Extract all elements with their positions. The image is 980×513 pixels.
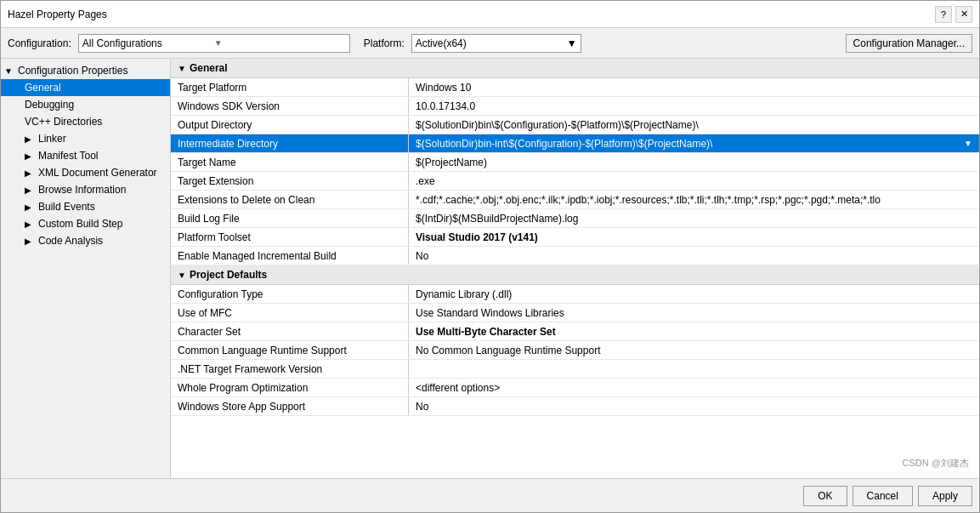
prop-name-charset: Character Set [171, 322, 409, 340]
prop-name-windows-sdk: Windows SDK Version [171, 97, 409, 115]
config-bar: Configuration: All Configurations ▼ Plat… [1, 28, 979, 59]
prop-value-output-dir: $(SolutionDir)bin\$(Configuration)-$(Pla… [409, 116, 979, 134]
bottom-bar: OK Cancel Apply [1, 478, 979, 512]
prop-value-intermediate-dir: $(SolutionDir)bin-int\$(Configuration)-$… [409, 134, 979, 152]
prop-value-clr-support: No Common Language Runtime Support [409, 341, 979, 359]
window-title: Hazel Property Pages [8, 9, 107, 20]
row-store-support: Windows Store App Support No [171, 397, 979, 416]
prop-value-platform-toolset: Visual Studio 2017 (v141) [409, 228, 979, 246]
expand-icon-config: ▼ [4, 66, 14, 76]
sidebar-label-vc-directories: VC++ Directories [25, 116, 102, 128]
cancel-button[interactable]: Cancel [853, 486, 913, 506]
prop-name-platform-toolset: Platform Toolset [171, 228, 409, 246]
sidebar-item-config-props[interactable]: ▼ Configuration Properties [1, 62, 170, 79]
config-label: Configuration: [8, 37, 71, 49]
project-defaults-expand-icon: ▼ [178, 271, 186, 280]
project-defaults-table: Configuration Type Dynamic Library (.dll… [171, 285, 979, 416]
sidebar-item-linker[interactable]: ▶ Linker [1, 130, 170, 147]
row-target-platform: Target Platform Windows 10 [171, 78, 979, 97]
title-bar: Hazel Property Pages ? ✕ [1, 1, 979, 28]
sidebar-item-manifest-tool[interactable]: ▶ Manifest Tool [1, 147, 170, 164]
prop-name-build-log: Build Log File [171, 209, 409, 227]
sidebar-label-build-events: Build Events [38, 201, 95, 213]
prop-value-target-name: $(ProjectName) [409, 153, 979, 171]
general-section-title: General [190, 62, 228, 74]
prop-value-managed-incremental: No [409, 247, 979, 265]
config-manager-button[interactable]: Configuration Manager... [846, 34, 972, 53]
row-intermediate-dir[interactable]: Intermediate Directory $(SolutionDir)bin… [171, 134, 979, 153]
row-platform-toolset: Platform Toolset Visual Studio 2017 (v14… [171, 228, 979, 247]
prop-name-use-mfc: Use of MFC [171, 304, 409, 322]
sidebar-item-xml-doc[interactable]: ▶ XML Document Generator [1, 164, 170, 181]
prop-value-whole-program: <different options> [409, 379, 979, 396]
sidebar-item-browse-info[interactable]: ▶ Browse Information [1, 181, 170, 198]
prop-name-target-ext: Target Extension [171, 172, 409, 190]
prop-name-clr-support: Common Language Runtime Support [171, 341, 409, 359]
prop-name-output-dir: Output Directory [171, 116, 409, 134]
config-value: All Configurations [82, 37, 214, 49]
row-whole-program: Whole Program Optimization <different op… [171, 379, 979, 397]
intermediate-dropdown-arrow[interactable]: ▼ [964, 139, 972, 148]
prop-value-use-mfc: Use Standard Windows Libraries [409, 304, 979, 322]
expand-icon-browse: ▶ [25, 185, 35, 195]
expand-icon-manifest: ▶ [25, 151, 35, 161]
row-target-ext: Target Extension .exe [171, 172, 979, 191]
platform-label: Platform: [364, 37, 405, 49]
sidebar-label-browse-info: Browse Information [38, 184, 126, 196]
prop-value-store-support: No [409, 397, 979, 415]
general-expand-icon: ▼ [178, 64, 186, 73]
expand-icon-code: ▶ [25, 237, 35, 246]
row-build-log: Build Log File $(IntDir)$(MSBuildProject… [171, 209, 979, 228]
config-dropdown-arrow: ▼ [214, 38, 346, 48]
content-area: ▼ General Target Platform Windows 10 Win… [171, 59, 979, 478]
prop-name-extensions-delete: Extensions to Delete on Clean [171, 191, 409, 208]
sidebar: ▼ Configuration Properties General Debug… [1, 59, 171, 478]
intermediate-value-text: $(SolutionDir)bin-int\$(Configuration)-$… [416, 138, 960, 150]
row-use-mfc: Use of MFC Use Standard Windows Librarie… [171, 304, 979, 322]
row-output-dir: Output Directory $(SolutionDir)bin\$(Con… [171, 116, 979, 134]
prop-value-build-log: $(IntDir)$(MSBuildProjectName).log [409, 209, 979, 227]
prop-name-net-target: .NET Target Framework Version [171, 360, 409, 378]
sidebar-item-vc-directories[interactable]: VC++ Directories [1, 113, 170, 130]
expand-icon-custom: ▶ [25, 219, 35, 229]
sidebar-item-code-analysis[interactable]: ▶ Code Analysis [1, 232, 170, 249]
project-defaults-title: Project Defaults [190, 269, 267, 281]
sidebar-label-manifest-tool: Manifest Tool [38, 150, 98, 162]
row-windows-sdk: Windows SDK Version 10.0.17134.0 [171, 97, 979, 116]
prop-name-store-support: Windows Store App Support [171, 397, 409, 415]
sidebar-label-general: General [25, 82, 61, 94]
platform-dropdown[interactable]: Active(x64) ▼ [411, 34, 581, 53]
row-clr-support: Common Language Runtime Support No Commo… [171, 341, 979, 360]
prop-name-intermediate-dir: Intermediate Directory [171, 134, 409, 152]
sidebar-item-custom-build[interactable]: ▶ Custom Build Step [1, 215, 170, 232]
prop-name-target-platform: Target Platform [171, 78, 409, 96]
sidebar-item-build-events[interactable]: ▶ Build Events [1, 198, 170, 215]
close-button[interactable]: ✕ [955, 6, 972, 23]
configuration-dropdown[interactable]: All Configurations ▼ [78, 34, 350, 53]
ok-button[interactable]: OK [803, 486, 847, 506]
title-controls: ? ✕ [935, 6, 972, 23]
row-managed-incremental: Enable Managed Incremental Build No [171, 247, 979, 265]
expand-icon-xml: ▶ [25, 168, 35, 178]
sidebar-label-debugging: Debugging [25, 99, 74, 111]
prop-value-target-platform: Windows 10 [409, 78, 979, 96]
watermark: CSDN @刘建杰 [899, 455, 972, 471]
sidebar-label-linker: Linker [38, 133, 66, 145]
expand-icon-linker: ▶ [25, 134, 35, 144]
prop-value-net-target [409, 360, 979, 378]
sidebar-item-general[interactable]: General [1, 79, 170, 96]
platform-dropdown-arrow: ▼ [567, 37, 577, 49]
expand-icon-build: ▶ [25, 202, 35, 212]
prop-name-managed-incremental: Enable Managed Incremental Build [171, 247, 409, 265]
sidebar-label-custom-build: Custom Build Step [38, 218, 122, 230]
sidebar-label-code-analysis: Code Analysis [38, 235, 103, 247]
help-button[interactable]: ? [935, 6, 952, 23]
sidebar-item-debugging[interactable]: Debugging [1, 96, 170, 113]
row-charset: Character Set Use Multi-Byte Character S… [171, 322, 979, 341]
apply-button[interactable]: Apply [918, 486, 972, 506]
project-defaults-section-header: ▼ Project Defaults [171, 265, 979, 285]
row-config-type: Configuration Type Dynamic Library (.dll… [171, 285, 979, 304]
prop-value-charset: Use Multi-Byte Character Set [409, 322, 979, 340]
prop-value-target-ext: .exe [409, 172, 979, 190]
prop-name-whole-program: Whole Program Optimization [171, 379, 409, 396]
